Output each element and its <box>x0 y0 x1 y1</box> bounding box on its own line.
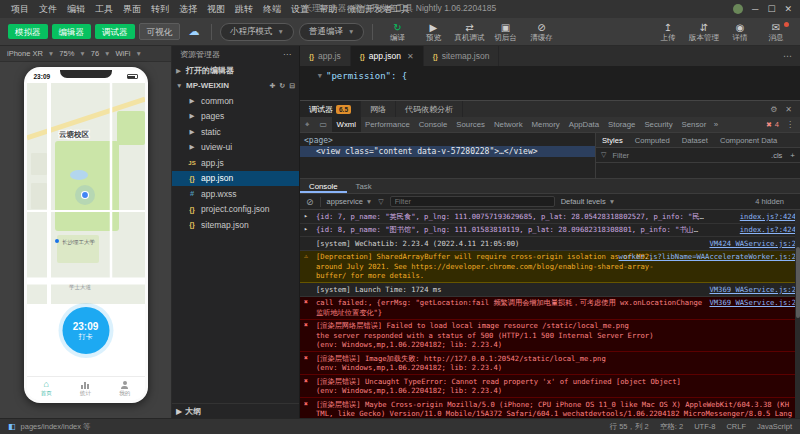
wxml-node[interactable]: <view class="content data-v-57280228">…<… <box>300 146 595 157</box>
preview-icon[interactable]: ◧ <box>8 422 16 431</box>
phone-tab-user[interactable]: 我的 <box>105 377 144 400</box>
caret-icon[interactable]: ▸ <box>304 212 308 222</box>
devtools-tab[interactable]: 代码依赖分析 <box>396 101 463 117</box>
error-counter[interactable]: ✖ 4 ⋮ <box>766 120 800 129</box>
collapse-all-icon[interactable]: ⊟ <box>289 82 295 90</box>
toolbar-toggle-button[interactable]: 模拟器 <box>8 24 48 39</box>
toolbar-action-details[interactable]: ◉详情 <box>724 22 756 42</box>
menu-item[interactable]: 项目 <box>6 3 34 16</box>
hidden-messages-count[interactable]: 4 hidden <box>755 197 794 206</box>
file-item[interactable]: JSapp.js <box>172 155 299 171</box>
clear-console-icon[interactable]: ⊘ <box>306 197 314 207</box>
console-tab[interactable]: Console <box>300 179 347 193</box>
more-icon[interactable]: ⋯ <box>775 46 800 66</box>
panel-tab[interactable]: Security <box>640 117 677 132</box>
panel-tab[interactable]: Wxml <box>332 117 361 132</box>
fold-icon[interactable]: ▼ <box>300 72 326 80</box>
project-root[interactable]: ▼ MP-WEIXIN ✚ ↻ ⊟ <box>172 78 299 93</box>
styles-filter-input[interactable] <box>610 150 767 161</box>
file-item[interactable]: ▶uview-ui <box>172 140 299 156</box>
styles-tab[interactable]: Dataset <box>676 136 714 145</box>
console-source-link[interactable]: VM369 WAService.js:2 <box>709 298 796 308</box>
toolbar-action-version[interactable]: ⇵版本管理 <box>688 22 720 42</box>
console-source-link[interactable]: index.js?:424 <box>740 212 796 222</box>
close-icon[interactable]: ✕ <box>785 105 792 114</box>
wxml-node[interactable]: <page> <box>300 135 595 146</box>
toolbar-action-device[interactable]: ⇄真机调试 <box>453 22 485 42</box>
statusbar-item[interactable]: UTF-8 <box>694 422 715 431</box>
open-editors-section[interactable]: ▶ 打开的编辑器 <box>172 63 299 78</box>
toolbar-action-message[interactable]: ✉消息 <box>760 22 792 42</box>
file-item[interactable]: {}sitemap.json <box>172 217 299 233</box>
scrollbar-thumb[interactable] <box>796 247 800 318</box>
panel-tab[interactable]: AppData <box>564 117 603 132</box>
inspect-icon[interactable]: ⌖ <box>300 120 315 130</box>
editor-tab[interactable]: {}sitemap.json <box>424 46 500 66</box>
menu-item[interactable]: 选择 <box>174 3 202 16</box>
file-item[interactable]: ▶pages <box>172 109 299 125</box>
dpi-select[interactable]: 76 <box>91 49 99 58</box>
panel-tab[interactable]: Memory <box>527 117 564 132</box>
new-file-icon[interactable]: ✚ <box>269 82 275 90</box>
menu-item[interactable]: 视图 <box>202 3 230 16</box>
styles-tab[interactable]: Component Data <box>714 136 783 145</box>
console-source-link[interactable]: worker.js?libName=WAAccelerateWorker.js:… <box>619 252 796 262</box>
styles-tab[interactable]: Computed <box>629 136 676 145</box>
console-source-link[interactable]: VM424 WAService.js:2 <box>709 239 796 249</box>
gear-icon[interactable]: ⚙ <box>770 105 777 114</box>
statusbar-item[interactable]: 行 55，列 2 <box>610 422 649 432</box>
menu-item[interactable]: 终端 <box>258 3 286 16</box>
close-button[interactable]: ✕ <box>784 4 792 14</box>
file-item[interactable]: {}project.config.json <box>172 202 299 218</box>
menu-item[interactable]: 文件 <box>34 3 62 16</box>
minimize-button[interactable]: ─ <box>752 4 758 14</box>
chevron-overflow-icon[interactable]: » <box>711 120 721 129</box>
file-item[interactable]: {}app.json <box>172 171 299 187</box>
panel-tab[interactable]: Sensor <box>677 117 711 132</box>
console-log[interactable]: ▸{id: 7, p_name: "英民食", p_lng: 111.00757… <box>300 210 800 418</box>
zoom-select[interactable]: 75% <box>59 49 74 58</box>
outline-section[interactable]: ▶ 大纲 <box>172 403 299 418</box>
menu-item[interactable]: 界面 <box>118 3 146 16</box>
more-icon[interactable]: ⋯ <box>283 50 291 59</box>
phone-tab-stats[interactable]: 统计 <box>66 377 105 400</box>
panel-tab[interactable]: Performance <box>361 117 415 132</box>
toolbar-action-cache[interactable]: ⊘清缓存 <box>525 22 557 42</box>
avatar[interactable] <box>733 4 743 14</box>
cls-button[interactable]: .cls <box>771 151 782 160</box>
device-toggle-icon[interactable]: ▭ <box>315 120 333 129</box>
code-editor[interactable]: ▼ "permission": { <box>300 66 800 100</box>
add-style-icon[interactable]: + <box>786 151 795 160</box>
panel-tab[interactable]: Sources <box>452 117 490 132</box>
console-source-link[interactable]: VM369 WAService.js:2 <box>709 285 796 295</box>
toolbar-toggle-button[interactable]: 调试器 <box>95 24 135 39</box>
close-icon[interactable]: ✕ <box>407 52 414 61</box>
statusbar-item[interactable]: CRLF <box>726 422 746 431</box>
maximize-button[interactable]: ☐ <box>767 4 775 14</box>
console-tab[interactable]: Task <box>347 179 381 193</box>
devtools-tab[interactable]: 调试器6.5 <box>300 101 361 117</box>
menu-item[interactable]: 编辑 <box>62 3 90 16</box>
panel-tab[interactable]: Console <box>414 117 452 132</box>
cloud-dev-icon[interactable]: ☁ <box>185 24 203 40</box>
console-source-link[interactable]: index.js?:424 <box>740 225 796 235</box>
panel-tab[interactable]: Storage <box>604 117 640 132</box>
caret-icon[interactable]: ▸ <box>304 225 308 235</box>
refresh-icon[interactable]: ↻ <box>279 82 285 90</box>
check-in-button[interactable]: 23:09 打卡 <box>62 307 109 354</box>
toolbar-action-preview[interactable]: ▶预览 <box>417 22 449 42</box>
toolbar-action-compile[interactable]: ↻编译 <box>381 22 413 42</box>
device-select[interactable]: iPhone XR <box>7 49 43 58</box>
statusbar-item[interactable]: 空格: 2 <box>660 422 683 432</box>
map-view[interactable]: 云塘校区 长沙理工大学 学士大道 <box>27 83 145 304</box>
context-select[interactable]: appservice ▼ <box>327 197 373 206</box>
file-item[interactable]: ▶common <box>172 93 299 109</box>
menu-item[interactable]: 工具 <box>90 3 118 16</box>
menu-item[interactable]: 跳转 <box>230 3 258 16</box>
console-filter-input[interactable] <box>390 196 555 207</box>
editor-tab[interactable]: {}app.json✕ <box>351 46 424 66</box>
mode-select[interactable]: 小程序模式 ▼ <box>220 23 294 41</box>
toolbar-action-upload[interactable]: ↥上传 <box>652 22 684 42</box>
styles-tab[interactable]: Styles <box>596 136 629 145</box>
file-item[interactable]: ▶static <box>172 124 299 140</box>
